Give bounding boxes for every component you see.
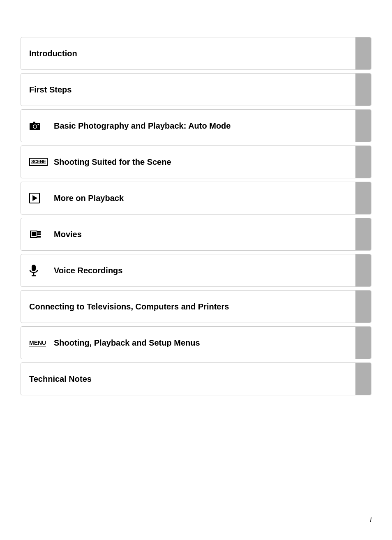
svg-rect-3 <box>33 122 35 123</box>
playback-icon <box>29 193 54 203</box>
toc-label-movies: Movies <box>54 230 82 239</box>
svg-rect-9 <box>37 233 41 235</box>
toc-item-shooting-scene[interactable]: SCENE Shooting Suited for the Scene <box>21 145 371 178</box>
toc-item-first-steps[interactable]: First Steps <box>21 73 371 106</box>
toc-tab-first-steps <box>355 74 371 106</box>
camera-icon <box>29 121 54 131</box>
svg-point-2 <box>34 125 37 128</box>
toc-label-first-steps: First Steps <box>29 85 71 95</box>
toc-label-introduction: Introduction <box>29 49 77 58</box>
svg-rect-10 <box>37 236 41 238</box>
svg-rect-7 <box>32 232 36 236</box>
mic-icon <box>29 264 54 277</box>
toc-tab-menus <box>355 327 371 359</box>
toc-tab-voice-recordings <box>355 254 371 286</box>
toc-item-introduction[interactable]: Introduction <box>21 37 371 70</box>
toc-tab-technical-notes <box>355 363 371 395</box>
toc-label-technical-notes: Technical Notes <box>29 374 92 384</box>
movie-icon <box>29 229 54 240</box>
toc-item-menus[interactable]: MENU Shooting, Playback and Setup Menus <box>21 326 371 359</box>
toc-label-basic-photography: Basic Photography and Playback: Auto Mod… <box>54 121 231 131</box>
toc-item-movies[interactable]: Movies <box>21 218 371 251</box>
toc-tab-basic-photography <box>355 110 371 142</box>
svg-rect-8 <box>37 231 41 233</box>
toc-label-connecting: Connecting to Televisions, Computers and… <box>29 302 229 312</box>
toc-tab-shooting-scene <box>355 146 371 178</box>
toc-tab-introduction <box>355 37 371 69</box>
toc-label-voice-recordings: Voice Recordings <box>54 266 122 275</box>
toc-item-technical-notes[interactable]: Technical Notes <box>21 362 371 395</box>
toc-tab-more-playback <box>355 182 371 214</box>
toc-item-more-playback[interactable]: More on Playback <box>21 182 371 215</box>
svg-point-4 <box>38 124 39 125</box>
menu-icon: MENU <box>29 339 54 346</box>
toc-item-basic-photography[interactable]: Basic Photography and Playback: Auto Mod… <box>21 109 371 142</box>
toc-label-more-playback: More on Playback <box>54 194 124 203</box>
toc-item-connecting[interactable]: Connecting to Televisions, Computers and… <box>21 290 371 323</box>
toc-item-voice-recordings[interactable]: Voice Recordings <box>21 254 371 287</box>
scene-icon: SCENE <box>29 158 54 166</box>
toc-tab-connecting <box>355 291 371 323</box>
toc-label-shooting-scene: Shooting Suited for the Scene <box>54 157 171 167</box>
toc-tab-movies <box>355 218 371 250</box>
toc-label-menus: Shooting, Playback and Setup Menus <box>54 338 200 348</box>
page-container: Introduction First Steps Basic Photograp… <box>0 0 392 432</box>
page-number: i <box>370 516 371 524</box>
svg-rect-11 <box>32 265 36 271</box>
